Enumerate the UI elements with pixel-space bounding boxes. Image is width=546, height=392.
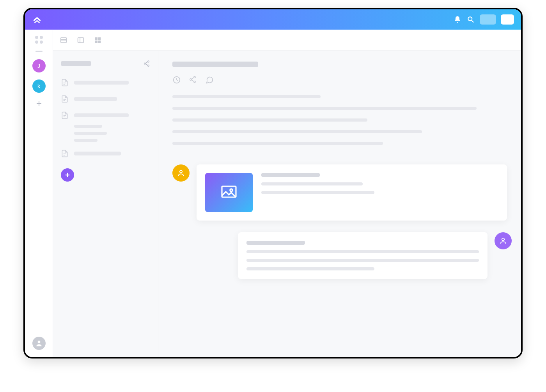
file-icon <box>61 149 69 158</box>
comment-line <box>246 259 479 262</box>
sidebar-item-label <box>74 97 117 101</box>
text-line <box>172 118 367 122</box>
user-profile-icon[interactable] <box>32 337 46 350</box>
app-logo-icon[interactable] <box>32 14 42 25</box>
sidebar-subitem-label[interactable] <box>74 132 107 135</box>
sidebar-item[interactable] <box>61 94 150 104</box>
sidebar-nested <box>61 125 150 142</box>
file-icon <box>61 94 69 104</box>
svg-point-18 <box>502 238 504 240</box>
sidebar-item[interactable] <box>61 111 150 120</box>
search-icon[interactable] <box>466 15 475 24</box>
add-workspace-button[interactable] <box>35 100 43 108</box>
doc-sidebar <box>53 51 158 357</box>
svg-rect-6 <box>95 40 98 42</box>
add-doc-button[interactable] <box>61 168 74 182</box>
list-view-icon[interactable] <box>59 36 68 44</box>
svg-rect-2 <box>61 37 67 42</box>
share-icon[interactable] <box>189 76 197 84</box>
comment-line <box>261 182 363 185</box>
svg-rect-3 <box>78 37 84 42</box>
notifications-icon[interactable] <box>453 15 462 24</box>
view-toolbar <box>53 30 521 51</box>
sidebar-subitem-label[interactable] <box>74 125 102 128</box>
comment-card[interactable] <box>197 164 507 221</box>
workspace-avatar-k[interactable]: k <box>32 79 46 93</box>
text-line <box>172 95 321 98</box>
comment-title <box>246 241 305 245</box>
comment-line <box>261 191 374 194</box>
sidebar-item-label <box>74 81 129 85</box>
image-thumbnail-icon[interactable] <box>205 173 253 212</box>
svg-point-15 <box>180 170 182 173</box>
share-icon[interactable] <box>143 60 150 67</box>
workspace-rail: J k <box>25 30 53 357</box>
sidebar-item-label <box>74 113 129 117</box>
comment-title <box>261 173 320 177</box>
doc-content <box>158 51 521 357</box>
file-icon <box>61 78 69 87</box>
doc-body[interactable] <box>172 95 507 145</box>
comment-line <box>246 250 479 253</box>
apps-grid-icon[interactable] <box>35 36 43 44</box>
collapse-icon[interactable] <box>35 51 43 52</box>
comment-line <box>246 267 374 270</box>
svg-point-1 <box>37 341 40 343</box>
app-window: J k <box>23 8 523 358</box>
doc-title[interactable] <box>172 62 258 67</box>
comment-row <box>172 232 512 279</box>
svg-rect-7 <box>98 40 101 42</box>
topbar-pill-1[interactable] <box>480 14 496 25</box>
sidebar-item[interactable] <box>61 78 150 87</box>
file-icon <box>61 111 69 120</box>
sidebar-item-label <box>74 152 121 155</box>
workspace-avatar-j[interactable]: J <box>32 59 46 72</box>
text-line <box>172 142 383 145</box>
sidebar-title <box>61 61 91 66</box>
svg-rect-4 <box>95 37 98 39</box>
svg-point-17 <box>230 189 232 191</box>
comment-avatar-icon[interactable] <box>172 164 190 182</box>
sidebar-subitem-label[interactable] <box>74 139 98 142</box>
text-line <box>172 130 422 133</box>
clock-icon[interactable] <box>172 76 181 84</box>
sidebar-item[interactable] <box>61 149 150 158</box>
comment-icon[interactable] <box>205 76 214 84</box>
board-view-icon[interactable] <box>76 36 85 44</box>
comment-card[interactable] <box>238 232 488 279</box>
grid-view-icon[interactable] <box>94 36 102 44</box>
comment-row <box>172 164 507 221</box>
doc-actions <box>172 76 507 84</box>
topbar-pill-2[interactable] <box>501 14 514 25</box>
text-line <box>172 107 477 110</box>
topbar <box>25 9 521 30</box>
comment-avatar-icon[interactable] <box>495 232 512 249</box>
svg-rect-5 <box>98 37 101 39</box>
